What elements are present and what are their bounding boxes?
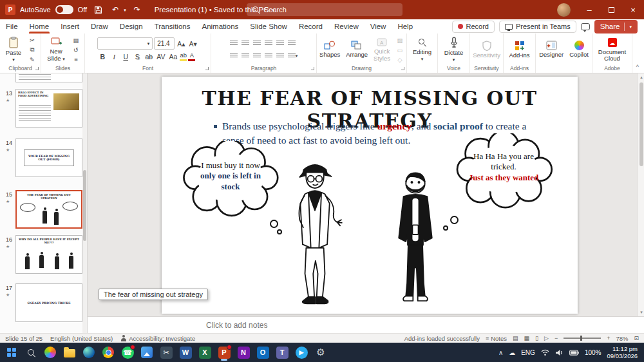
slide-17-thumbnail[interactable]: SNEAKY PRICING TRICKS <box>15 283 82 322</box>
slide-14-animation-star-icon[interactable]: ★ <box>6 148 10 153</box>
paragraph-dialog-launcher[interactable] <box>311 67 314 70</box>
undo-button[interactable]: ↶ <box>109 3 122 17</box>
slide-13-thumbnail[interactable]: HALO EFFECT IN FOOD ADVERTISING <box>15 89 82 128</box>
language-indicator[interactable]: ENG <box>521 349 535 356</box>
record-button[interactable]: Record <box>452 21 495 33</box>
close-button[interactable]: × <box>622 0 644 19</box>
taskbar-snipping-tool-icon[interactable]: ✂ <box>158 344 175 361</box>
taskbar-powerpoint-icon[interactable]: P <box>216 344 232 361</box>
copilot-button[interactable]: Copilot <box>567 40 591 59</box>
decrease-indent-button[interactable] <box>252 39 262 49</box>
editing-button[interactable]: Editing ▾ <box>410 37 435 63</box>
slide-indicator[interactable]: Slide 15 of 25 <box>5 335 43 342</box>
format-painter-button[interactable]: ✎ <box>26 55 38 64</box>
taskbar-start-button[interactable] <box>3 344 20 361</box>
numbering-button[interactable] <box>240 39 251 49</box>
save-button[interactable] <box>91 3 104 17</box>
notes-toggle-button[interactable]: ≡ Notes <box>486 335 507 342</box>
accessibility-status[interactable]: Accessibility: Investigate <box>120 335 195 342</box>
italic-button[interactable]: I <box>109 52 119 62</box>
wifi-icon[interactable] <box>541 349 549 356</box>
section-button[interactable]: ≡ <box>70 55 82 64</box>
paste-button[interactable]: Paste ▾ <box>3 36 24 64</box>
slide-13-animation-star-icon[interactable]: ★ <box>6 98 10 103</box>
scroll-down-arrow[interactable]: ▾ <box>638 309 644 316</box>
document-cloud-button[interactable]: ☁ Document Cloud <box>595 37 629 63</box>
taskbar-clock[interactable]: 11:12 pm 09/03/2026 <box>607 345 638 360</box>
align-center-button[interactable] <box>240 51 251 61</box>
slide-12-thumbnail-partial[interactable] <box>15 73 82 82</box>
thumbnail-scrollbar-thumb[interactable] <box>83 170 86 241</box>
taskbar-chrome-icon[interactable] <box>100 344 117 361</box>
menu-tab-draw[interactable]: Draw <box>85 19 114 33</box>
zoom-slider-thumb[interactable] <box>580 336 582 341</box>
share-button[interactable]: Share ▾ <box>594 20 638 33</box>
notes-pane[interactable]: Click to add notes <box>88 316 644 333</box>
taskbar-outlook-icon[interactable]: O <box>254 344 271 361</box>
increase-indent-button[interactable] <box>263 39 274 49</box>
user-avatar[interactable] <box>557 3 571 17</box>
normal-view-button[interactable]: ▤ <box>513 335 518 341</box>
taskbar-whatsapp-icon[interactable]: ☎ <box>119 344 136 361</box>
taskbar-search-button[interactable] <box>23 344 39 361</box>
bullets-button[interactable] <box>229 39 239 49</box>
taskbar-edge-icon[interactable] <box>80 344 97 361</box>
undo-dropdown-caret[interactable]: ▾ <box>124 8 126 12</box>
left-thought-bubble[interactable]: I must buy it now only one is left in st… <box>181 141 279 224</box>
decrease-font-button[interactable]: A▾ <box>188 39 198 49</box>
zoom-in-button[interactable]: + <box>607 335 610 341</box>
drawing-dialog-launcher[interactable] <box>401 67 404 70</box>
quick-styles-button[interactable]: A Quick Styles <box>372 37 392 62</box>
dictate-button[interactable]: Dictate ▾ <box>440 36 467 64</box>
font-dialog-launcher[interactable] <box>205 67 209 70</box>
justify-button[interactable] <box>263 51 274 61</box>
shape-fill-button[interactable]: ▨ <box>394 35 406 44</box>
taskbar-excel-icon[interactable]: X <box>196 344 213 361</box>
align-right-button[interactable] <box>252 51 262 61</box>
new-slide-button[interactable]: New Slide ▾ <box>44 37 68 62</box>
zoom-slider[interactable] <box>564 338 601 339</box>
shape-outline-button[interactable]: ▭ <box>394 45 406 54</box>
maximize-button[interactable] <box>600 0 622 19</box>
taskbar-copilot-icon[interactable] <box>42 344 59 361</box>
line-spacing-button[interactable] <box>275 39 285 49</box>
reset-slide-button[interactable]: ↺ <box>70 45 82 54</box>
copy-button[interactable]: ⧉ <box>26 45 38 54</box>
collapse-ribbon-button[interactable]: ^ <box>636 64 639 70</box>
change-case-button[interactable]: Aa <box>167 52 178 62</box>
search-box[interactable]: Search <box>247 3 402 16</box>
left-man-illustration[interactable] <box>283 151 347 311</box>
text-direction-button[interactable] <box>287 39 297 49</box>
autosave-toggle[interactable] <box>55 5 73 14</box>
taskbar-word-icon[interactable]: W <box>177 344 194 361</box>
taskbar-file-explorer-icon[interactable] <box>61 344 78 361</box>
editor-scrollbar-thumb[interactable] <box>639 82 643 166</box>
slide-15-animation-star-icon[interactable]: ★ <box>6 199 10 204</box>
arrange-button[interactable]: Arrange <box>344 40 370 59</box>
menu-tab-record[interactable]: Record <box>293 19 328 33</box>
text-shadow-button[interactable]: S <box>132 52 142 62</box>
taskbar-settings-icon[interactable]: ⚙ <box>312 344 329 361</box>
taskbar-telegram-icon[interactable]: ▶ <box>293 344 310 361</box>
fit-slide-button[interactable]: ⊡ <box>634 335 639 341</box>
menu-tab-slideshow[interactable]: Slide Show <box>244 19 293 33</box>
cut-button[interactable]: ✂ <box>26 35 38 44</box>
strikethrough-button[interactable]: ab <box>144 52 154 62</box>
right-thought-bubble[interactable]: Ha Ha Ha you are tricked. Just as they w… <box>453 133 554 214</box>
redo-button[interactable]: ↷ <box>131 3 144 17</box>
hidden-icons-chevron[interactable]: ∧ <box>498 349 503 356</box>
thumbnail-panel-scrollbar[interactable] <box>82 73 87 333</box>
volume-icon[interactable] <box>555 349 564 356</box>
clipboard-dialog-launcher[interactable] <box>35 67 39 70</box>
reading-view-button[interactable]: ▯ <box>535 335 538 341</box>
scroll-up-arrow[interactable]: ▴ <box>638 73 644 81</box>
addins-button[interactable]: Add-ins <box>507 40 531 59</box>
slide-16-thumbnail[interactable]: WHY DO ALL PEOPLE HAVE IT EXCEPT ME??? <box>15 235 82 274</box>
slide-canvas[interactable]: THE FEAR OF MISSING OUT STRATEGY Brands … <box>162 77 578 314</box>
menu-tab-insert[interactable]: Insert <box>55 19 85 33</box>
menu-tab-file[interactable]: File <box>0 19 24 33</box>
menu-tab-transitions[interactable]: Transitions <box>149 19 196 33</box>
font-size-input[interactable]: 21.4 <box>154 37 175 50</box>
present-in-teams-button[interactable]: Present in Teams <box>499 21 576 33</box>
slide-layout-button[interactable]: ▤ <box>70 35 82 44</box>
